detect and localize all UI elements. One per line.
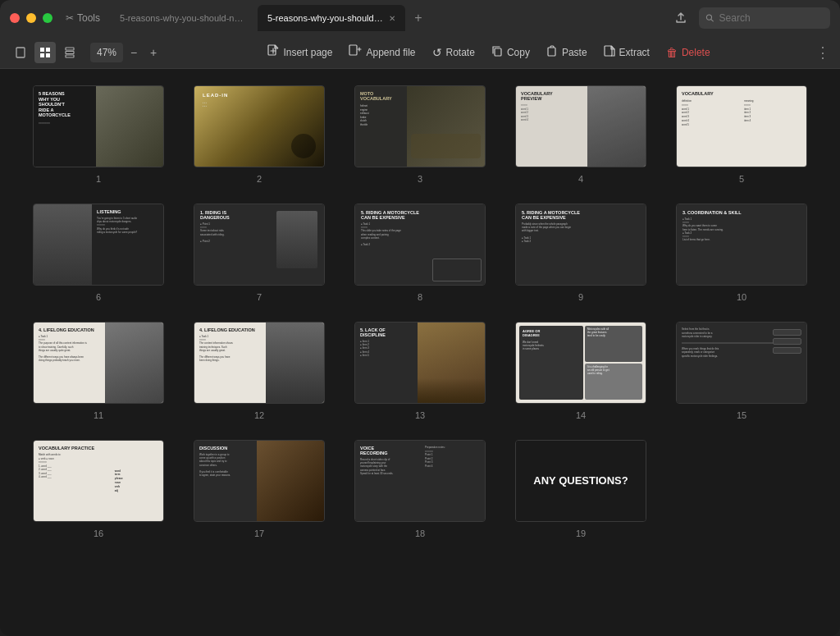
delete-button[interactable]: 🗑 Delete <box>660 43 717 62</box>
slide-thumb-1[interactable]: 5 REASONSWHY YOUSHOULDN'TRIDE AMOTORCYCL… <box>33 85 164 167</box>
slide-number-14: 14 <box>576 410 586 420</box>
slide-number-7: 7 <box>257 292 262 302</box>
svg-rect-8 <box>66 55 74 57</box>
slide-thumb-2[interactable]: LEAD-IN ▪ ▪ ▪▪ ▪ ▪ <box>194 85 325 167</box>
title-bar: ✂ Tools 5-reasons-why-you-should-not-rid… <box>0 0 840 36</box>
slide-number-19: 19 <box>576 528 586 538</box>
slide-thumb-10[interactable]: 3. COORDINATION & SKILL ● Task 1━━━━Why … <box>676 204 807 286</box>
paste-button[interactable]: Paste <box>540 42 594 62</box>
zoom-out-button[interactable]: − <box>125 43 143 62</box>
slide-thumb-17[interactable]: DISCUSSION Work together in a group toco… <box>194 440 325 522</box>
svg-rect-4 <box>40 53 44 57</box>
slide-number-10: 10 <box>737 292 746 302</box>
scroll-view-button[interactable] <box>59 42 80 63</box>
minimize-button[interactable] <box>26 13 36 23</box>
slide-number-11: 11 <box>94 410 103 420</box>
slide-item-18[interactable]: VOICERECORDING Record a short video clip… <box>346 440 494 538</box>
fullscreen-button[interactable] <box>43 13 52 23</box>
slide-thumb-7[interactable]: 1. RIDING ISDANGEROUS ● Point 1━━━━Some … <box>194 204 325 286</box>
slide-number-1: 1 <box>96 174 101 184</box>
slide-number-16: 16 <box>94 528 103 538</box>
slide-item-13[interactable]: 5. LACK OFDISCIPLINE ● Item 1● Item 2● I… <box>346 322 494 420</box>
slide-item-19[interactable]: ANY QUESTIONS? 19 <box>507 440 655 538</box>
slide-thumb-16[interactable]: VOCABULARY PRACTICE Match with words to:… <box>33 440 164 522</box>
copy-icon <box>491 45 503 59</box>
slide-item-8[interactable]: 5. RIDING A MOTORCYCLECAN BE EXPENSIVE ●… <box>346 204 494 302</box>
slide-number-17: 17 <box>254 528 264 538</box>
slide-thumb-9[interactable]: 5. RIDING A MOTORCYCLECAN BE EXPENSIVE P… <box>515 204 646 286</box>
extract-button[interactable]: Extract <box>597 42 656 62</box>
close-button[interactable] <box>10 13 20 23</box>
rotate-label: Rotate <box>446 47 475 58</box>
copy-label: Copy <box>507 47 530 58</box>
slide-item-10[interactable]: 3. COORDINATION & SKILL ● Task 1━━━━Why … <box>668 204 815 302</box>
zoom-in-button[interactable]: + <box>144 43 162 62</box>
slide-thumb-15[interactable]: Select from the list that issomehow conn… <box>676 322 807 404</box>
svg-rect-11 <box>495 48 501 56</box>
new-tab-button[interactable]: + <box>409 8 428 28</box>
slide-item-3[interactable]: MOTO VOCABULARY helmetengineexhaustbrake… <box>346 85 494 184</box>
tools-icon: ✂ <box>66 12 74 24</box>
svg-rect-1 <box>16 48 25 57</box>
tools-menu[interactable]: ✂ Tools <box>66 12 100 24</box>
tab-inactive[interactable]: 5-reasons-why-you-should-not-ride-a-mot.… <box>110 5 258 31</box>
search-input[interactable] <box>719 12 824 24</box>
rotate-button[interactable]: ↺ Rotate <box>426 43 482 62</box>
search-box[interactable] <box>699 7 830 29</box>
rotate-icon: ↺ <box>432 46 442 59</box>
slide-item-1[interactable]: 5 REASONSWHY YOUSHOULDN'TRIDE AMOTORCYCL… <box>25 85 172 184</box>
slide-item-6[interactable]: LISTENING You're going to listen to 5 sh… <box>25 204 172 302</box>
slide-number-12: 12 <box>254 410 264 420</box>
slide-item-2[interactable]: LEAD-IN ▪ ▪ ▪▪ ▪ ▪ 2 <box>185 85 333 184</box>
slide-item-16[interactable]: VOCABULARY PRACTICE Match with words to:… <box>25 440 172 538</box>
slide-thumb-12[interactable]: 4. LIFELONG EDUCATION ● Task 1━━━━The co… <box>194 322 325 404</box>
slide-item-14[interactable]: AGREE ORDISAGREE We don't needmotorcycle… <box>507 322 655 420</box>
slide-thumb-8[interactable]: 5. RIDING A MOTORCYCLECAN BE EXPENSIVE ●… <box>354 204 486 286</box>
append-file-button[interactable]: Append file <box>342 41 422 63</box>
delete-icon: 🗑 <box>666 46 678 59</box>
slide-item-11[interactable]: 4. LIFELONG EDUCATION ● Task 1━━━━The pu… <box>25 322 172 420</box>
share-button[interactable] <box>669 7 692 30</box>
single-page-view-button[interactable] <box>10 42 31 63</box>
slide-thumb-6[interactable]: LISTENING You're going to listen to 5 sh… <box>33 204 164 286</box>
slide-item-7[interactable]: 1. RIDING ISDANGEROUS ● Point 1━━━━Some … <box>185 204 333 302</box>
slide-thumb-3[interactable]: MOTO VOCABULARY helmetengineexhaustbrake… <box>354 85 486 167</box>
slide-thumb-13[interactable]: 5. LACK OFDISCIPLINE ● Item 1● Item 2● I… <box>354 322 486 404</box>
slide-item-15[interactable]: Select from the list that issomehow conn… <box>668 322 815 420</box>
toolbar: 47% − + Insert page <box>0 36 840 69</box>
svg-point-0 <box>706 15 711 20</box>
slide-item-12[interactable]: 4. LIFELONG EDUCATION ● Task 1━━━━The co… <box>185 322 333 420</box>
slide-thumb-11[interactable]: 4. LIFELONG EDUCATION ● Task 1━━━━The pu… <box>33 322 164 404</box>
tabs-area: 5-reasons-why-you-should-not-ride-a-mot.… <box>110 0 669 36</box>
grid-view-button[interactable] <box>34 42 56 63</box>
slide-item-4[interactable]: VOCABULARYPREVIEW ━━━━word 1word 2word 3… <box>507 85 655 184</box>
slide-item-5[interactable]: VOCABULARY definition━━━━word 1word 2wor… <box>668 85 815 184</box>
svg-rect-10 <box>349 45 357 55</box>
traffic-lights <box>10 13 52 23</box>
more-options-button[interactable]: ⋮ <box>815 43 830 62</box>
slide-thumb-14[interactable]: AGREE ORDISAGREE We don't needmotorcycle… <box>515 322 646 404</box>
slide-number-4: 4 <box>578 174 583 184</box>
copy-button[interactable]: Copy <box>485 42 536 62</box>
zoom-level[interactable]: 47% <box>90 43 123 62</box>
tools-label: Tools <box>77 12 100 24</box>
paste-label: Paste <box>562 47 587 58</box>
slide-thumb-19[interactable]: ANY QUESTIONS? <box>515 440 646 522</box>
tab-active[interactable]: 5-reasons-why-you-should-not-ride-a-mo..… <box>258 5 405 31</box>
slide-number-9: 9 <box>578 292 583 302</box>
insert-page-button[interactable]: Insert page <box>261 41 339 63</box>
append-file-icon <box>349 44 362 60</box>
slide-grid: 5 REASONSWHY YOUSHOULDN'TRIDE AMOTORCYCL… <box>25 85 815 538</box>
inactive-tab-label: 5-reasons-why-you-should-not-ride-a-mot.… <box>120 13 248 23</box>
slide-number-2: 2 <box>257 174 262 184</box>
slide-item-9[interactable]: 5. RIDING A MOTORCYCLECAN BE EXPENSIVE P… <box>507 204 655 302</box>
slide-item-17[interactable]: DISCUSSION Work together in a group toco… <box>185 440 333 538</box>
zoom-area: 47% − + <box>90 43 162 62</box>
slide-thumb-18[interactable]: VOICERECORDING Record a short video clip… <box>354 440 486 522</box>
svg-rect-12 <box>548 48 555 56</box>
tab-close-icon[interactable]: ✕ <box>389 14 395 23</box>
slide-thumb-4[interactable]: VOCABULARYPREVIEW ━━━━word 1word 2word 3… <box>515 85 646 167</box>
slide-thumb-5[interactable]: VOCABULARY definition━━━━word 1word 2wor… <box>676 85 807 167</box>
svg-rect-2 <box>40 48 44 52</box>
slide-number-5: 5 <box>739 174 744 184</box>
